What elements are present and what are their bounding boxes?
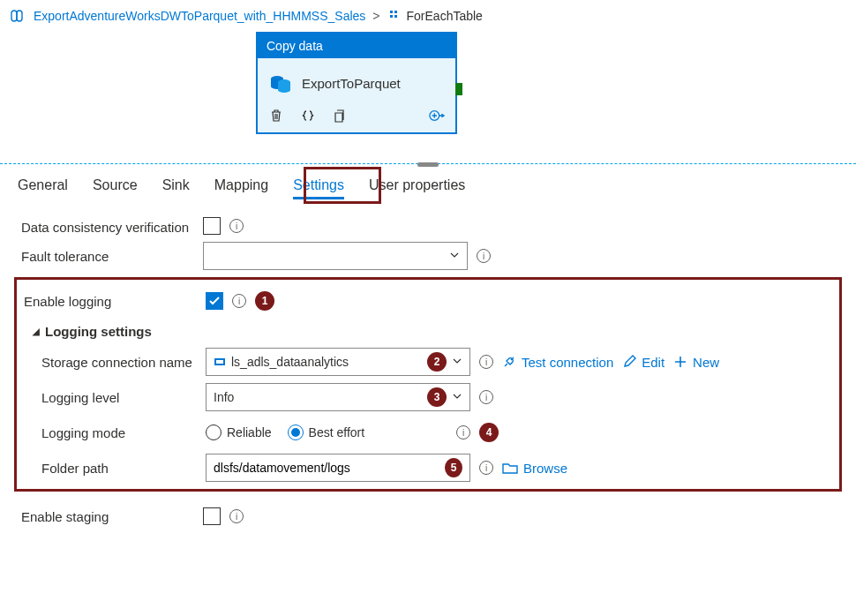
logging-mode-label: Logging mode — [20, 425, 206, 440]
storage-connection-select[interactable]: ls_adls_dataanalytics 2 — [206, 348, 470, 376]
row-storage-connection: Storage connection name ls_adls_dataanal… — [20, 344, 836, 379]
logging-settings-toggle[interactable]: ◢ Logging settings — [20, 324, 836, 339]
tab-source[interactable]: Source — [93, 177, 138, 199]
foreach-icon — [387, 10, 400, 22]
code-icon[interactable] — [300, 108, 316, 124]
edit-button[interactable]: Edit — [622, 355, 665, 370]
enable-logging-checkbox[interactable] — [206, 292, 223, 310]
add-output-icon[interactable] — [429, 108, 445, 124]
test-connection-button[interactable]: Test connection — [502, 355, 613, 370]
svg-rect-4 — [390, 15, 393, 18]
logging-level-select[interactable]: Info 3 — [206, 383, 470, 411]
svg-rect-3 — [394, 11, 397, 13]
annotation-badge-3: 3 — [427, 387, 447, 407]
folder-path-input-wrapper: 5 — [206, 454, 470, 482]
design-canvas[interactable]: Copy data ExportToParquet — [0, 32, 856, 164]
logging-settings-label: Logging settings — [45, 324, 152, 339]
info-icon[interactable]: i — [229, 219, 244, 233]
clone-icon[interactable] — [332, 108, 348, 124]
storage-connection-value: ls_adls_dataanalytics — [231, 355, 349, 369]
row-data-consistency: Data consistency verification i — [18, 203, 838, 238]
breadcrumb-pipeline-link[interactable]: ExportAdventureWorksDWToParquet_with_HHM… — [34, 9, 365, 23]
fault-tolerance-label: Fault tolerance — [18, 249, 203, 264]
storage-connection-label: Storage connection name — [20, 355, 206, 370]
success-output-handle[interactable] — [455, 83, 462, 95]
fault-tolerance-select[interactable] — [203, 242, 468, 270]
svg-rect-0 — [11, 11, 17, 21]
row-fault-tolerance: Fault tolerance i — [18, 238, 838, 274]
svg-rect-10 — [216, 360, 223, 364]
delete-icon[interactable] — [268, 108, 284, 124]
folder-path-label: Folder path — [20, 461, 206, 476]
annotation-badge-1: 1 — [255, 291, 274, 311]
chevron-down-icon — [449, 249, 460, 263]
reliable-label: Reliable — [227, 425, 272, 439]
info-icon[interactable]: i — [479, 461, 493, 475]
activity-type-label: Copy data — [258, 34, 455, 58]
info-icon[interactable]: i — [477, 249, 491, 263]
info-icon[interactable]: i — [479, 355, 493, 369]
folder-path-input[interactable] — [214, 461, 439, 475]
info-icon[interactable]: i — [232, 294, 246, 308]
info-icon[interactable]: i — [479, 390, 493, 404]
annotation-badge-2: 2 — [427, 352, 447, 372]
svg-rect-5 — [394, 15, 397, 18]
tab-user-properties[interactable]: User properties — [369, 177, 465, 199]
activity-name: ExportToParquet — [302, 76, 401, 91]
chevron-down-icon — [452, 390, 462, 404]
enable-staging-label: Enable staging — [18, 509, 203, 524]
row-enable-logging: Enable logging i 1 — [20, 283, 836, 319]
linked-service-icon — [214, 357, 226, 367]
breadcrumb: ExportAdventureWorksDWToParquet_with_HHM… — [0, 0, 856, 32]
pipeline-icon — [11, 10, 26, 22]
test-connection-label: Test connection — [522, 355, 613, 370]
chevron-down-icon — [452, 355, 462, 369]
enable-staging-checkbox[interactable] — [203, 507, 221, 525]
svg-rect-2 — [390, 11, 393, 13]
logging-level-value: Info — [214, 390, 234, 404]
browse-button[interactable]: Browse — [502, 461, 567, 476]
browse-label: Browse — [523, 461, 567, 476]
copy-data-activity[interactable]: Copy data ExportToParquet — [256, 32, 457, 134]
tab-mapping[interactable]: Mapping — [214, 177, 268, 199]
new-label: New — [693, 355, 719, 370]
tab-general[interactable]: General — [18, 177, 68, 199]
svg-rect-1 — [17, 11, 22, 21]
edit-label: Edit — [642, 355, 665, 370]
info-icon[interactable]: i — [229, 509, 244, 523]
row-enable-staging: Enable staging i — [18, 499, 838, 534]
new-button[interactable]: New — [673, 355, 719, 370]
best-effort-label: Best effort — [309, 425, 365, 439]
data-consistency-checkbox[interactable] — [203, 217, 221, 235]
annotation-logging-highlight: Enable logging i 1 ◢ Logging settings St… — [14, 277, 842, 492]
tab-sink[interactable]: Sink — [162, 177, 190, 199]
activity-tabs: General Source Sink Mapping Settings Use… — [0, 164, 856, 203]
row-logging-level: Logging level Info 3 i — [20, 379, 836, 415]
settings-form: Data consistency verification i Fault to… — [0, 203, 856, 545]
row-folder-path: Folder path 5 i Browse — [20, 450, 836, 485]
logging-mode-reliable-radio[interactable]: Reliable — [206, 424, 272, 440]
tab-settings[interactable]: Settings — [293, 177, 344, 199]
copy-data-icon — [268, 71, 293, 95]
logging-level-label: Logging level — [20, 390, 206, 405]
logging-mode-best-effort-radio[interactable]: Best effort — [288, 424, 365, 440]
data-consistency-label: Data consistency verification — [18, 220, 203, 235]
enable-logging-label: Enable logging — [20, 294, 206, 309]
info-icon[interactable]: i — [456, 425, 470, 439]
row-logging-mode: Logging mode Reliable Best effort i 4 — [20, 415, 836, 450]
annotation-badge-5: 5 — [445, 458, 462, 477]
collapse-icon: ◢ — [33, 327, 40, 336]
breadcrumb-separator: > — [372, 9, 379, 23]
annotation-badge-4: 4 — [479, 423, 499, 442]
breadcrumb-current: ForEachTable — [407, 9, 483, 23]
